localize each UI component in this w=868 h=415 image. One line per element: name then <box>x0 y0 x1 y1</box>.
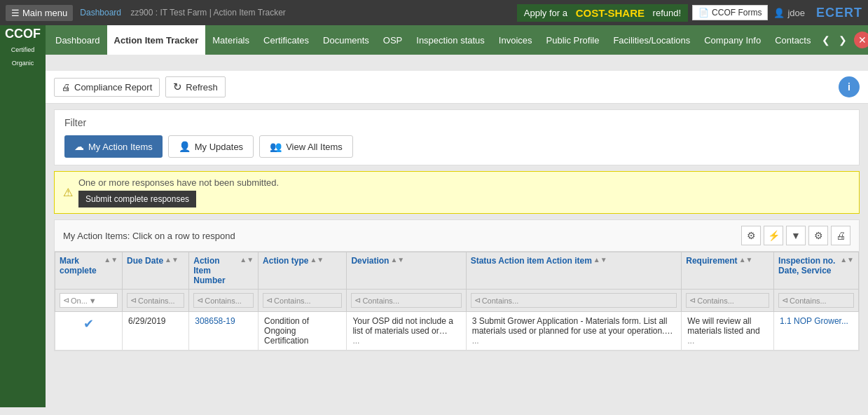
logo-text: CCOFCertifiedOrganic <box>5 27 41 69</box>
nav-certificates[interactable]: Certificates <box>256 25 316 55</box>
nav-documents[interactable]: Documents <box>316 25 376 55</box>
menu-button[interactable]: ☰ Main menu <box>6 5 73 21</box>
col-due-date: Due Date ▲▼ <box>123 252 189 290</box>
table-tool-lightning[interactable]: ⚡ <box>764 226 783 245</box>
filter-deviation: ⊲ Contains... <box>347 290 466 312</box>
filter-mark-complete: ⊲ On... ▼ <box>55 290 123 312</box>
table-tool-settings2[interactable]: ⚙ <box>808 226 828 245</box>
table-row[interactable]: ✔ 6/29/2019 308658-19 Condition of Ongoi… <box>55 312 859 351</box>
printer-icon: 🖨 <box>62 82 71 93</box>
table-tool-filter[interactable]: ▼ <box>786 226 806 245</box>
breadcrumb: Dashboard zz900 : IT Test Farm | Action … <box>80 8 286 18</box>
sort-icon-number: ▲▼ <box>240 256 254 264</box>
filter-icon: ⊲ <box>197 296 203 305</box>
filter-buttons: ☁ My Action Items 👤 My Updates 👥 View Al… <box>64 135 849 158</box>
table-section: My Action Items: Click on a row to respo… <box>54 219 860 351</box>
nav-arrow-right[interactable]: ❯ <box>834 34 851 46</box>
filter-input-insp[interactable]: ⊲ Contains... <box>778 293 854 308</box>
table-tool-print[interactable]: 🖨 <box>831 226 850 245</box>
filter-icon: ⊲ <box>782 296 788 305</box>
my-action-items-button[interactable]: ☁ My Action Items <box>64 135 163 158</box>
status-ellipsis: ... <box>472 336 479 346</box>
filter-section: Filter ☁ My Action Items 👤 My Updates 👥 … <box>54 109 860 165</box>
nav-dashboard[interactable]: Dashboard <box>48 25 107 55</box>
nav-contacts[interactable]: Contacts <box>768 25 818 55</box>
logo: CCOFCertifiedOrganic <box>0 25 46 71</box>
filter-inspection: ⊲ Contains... <box>774 290 859 312</box>
warning-icon: ⚠ <box>63 186 73 199</box>
cell-deviation: Your OSP did not include a list of mater… <box>347 312 466 351</box>
cell-status: 3 Submit Grower Application - Materials … <box>466 312 682 351</box>
nav-materials[interactable]: Materials <box>205 25 256 55</box>
filter-action-number: ⊲ Contains... <box>189 290 259 312</box>
refresh-label: Refresh <box>186 82 218 93</box>
col-action-item-number: Action Item Number ▲▼ <box>189 252 259 290</box>
ccof-forms-button[interactable]: 📄 CCOF Forms <box>692 5 768 20</box>
breadcrumb-farm: zz900 <box>130 8 153 18</box>
table-tools: ⚙ ⚡ ▼ ⚙ 🖨 <box>741 226 850 245</box>
cloud-icon: ☁ <box>74 141 84 152</box>
col-status-action-item: Status Action item Action item ▲▼ <box>466 252 682 290</box>
table-tool-settings1[interactable]: ⚙ <box>741 226 761 245</box>
nav-bar: Dashboard Action Item Tracker Materials … <box>46 25 868 55</box>
filter-dropdown-on[interactable]: ⊲ On... ▼ <box>60 293 118 308</box>
compliance-report-button[interactable]: 🖨 Compliance Report <box>54 78 160 97</box>
filter-input-duedate[interactable]: ⊲ Contains... <box>127 293 184 308</box>
logo-sidebar <box>0 71 46 407</box>
info-button[interactable]: i <box>839 76 860 97</box>
filter-icon: ⊲ <box>354 296 361 305</box>
compliance-report-label: Compliance Report <box>74 82 152 93</box>
cell-inspection-no: 1.1 NOP Grower... <box>774 312 859 351</box>
user-icon: 👤 <box>773 8 785 18</box>
filter-input-deviation[interactable]: ⊲ Contains... <box>351 293 461 308</box>
filter-icon: ⊲ <box>474 296 481 305</box>
my-updates-button[interactable]: 👤 My Updates <box>168 135 254 158</box>
sort-icon-deviation: ▲▼ <box>390 256 404 264</box>
filter-input-number[interactable]: ⊲ Contains... <box>193 293 254 308</box>
cell-requirement: We will review all materials listed and … <box>682 312 774 351</box>
warning-banner: ⚠ One or more responses have not been su… <box>54 171 860 214</box>
table-title: My Action Items: Click on a row to respo… <box>63 231 741 241</box>
filter-icon: ⊲ <box>130 296 137 305</box>
nav-arrow-left[interactable]: ❮ <box>818 34 834 46</box>
sort-icon-type: ▲▼ <box>310 256 324 264</box>
cell-action-number: 308658-19 <box>189 312 259 351</box>
cost-share-text2: refund! <box>653 8 681 18</box>
cell-action-type: Condition of Ongoing Certification <box>259 312 347 351</box>
check-icon: ✔ <box>83 317 94 331</box>
nav-invoices[interactable]: Invoices <box>492 25 539 55</box>
nav-osp[interactable]: OSP <box>376 25 409 55</box>
col-mark-complete: Mark complete ▲▼ <box>55 252 123 290</box>
my-updates-label: My Updates <box>195 142 243 152</box>
inspection-link[interactable]: 1.1 NOP Grower... <box>780 316 848 326</box>
dashboard-link[interactable]: Dashboard <box>80 8 121 18</box>
req-ellipsis: ... <box>687 336 694 346</box>
menu-label: Main menu <box>22 8 67 18</box>
ecert-logo: ECERT <box>816 6 862 20</box>
nav-public-profile[interactable]: Public Profile <box>539 25 607 55</box>
refresh-button[interactable]: ↻ Refresh <box>165 76 226 97</box>
filter-input-status[interactable]: ⊲ Contains... <box>471 293 677 308</box>
action-number-link[interactable]: 308658-19 <box>195 316 235 326</box>
filter-funnel-icon: ⊲ <box>63 296 69 305</box>
cost-share-button[interactable]: Apply for a COST-SHARE refund! <box>517 4 688 22</box>
nav-inspection-status[interactable]: Inspection status <box>409 25 492 55</box>
nav-action-item-tracker[interactable]: Action Item Tracker <box>107 25 206 55</box>
filter-on-value: On... <box>71 297 88 305</box>
action-items-table: Mark complete ▲▼ Due Date ▲▼ <box>55 252 859 351</box>
nav-company-info[interactable]: Company Info <box>697 25 768 55</box>
filter-icon: ⊲ <box>266 296 273 305</box>
filter-action-type: ⊲ Contains... <box>259 290 347 312</box>
nav-facilities[interactable]: Facilities/Locations <box>606 25 697 55</box>
view-all-items-button[interactable]: 👥 View All Items <box>259 135 353 158</box>
sort-icon-insp: ▲▼ <box>840 256 854 264</box>
sort-icon-req: ▲▼ <box>739 256 753 264</box>
filter-input-req[interactable]: ⊲ Contains... <box>686 293 769 308</box>
submit-complete-responses-button[interactable]: Submit complete responses <box>78 191 196 208</box>
warning-content: One or more responses have not been subm… <box>78 177 279 208</box>
deviation-text: Your OSP did not include a list of mater… <box>352 316 460 336</box>
filter-input-type[interactable]: ⊲ Contains... <box>263 293 342 308</box>
breadcrumb-page: Action Item Tracker <box>213 8 285 18</box>
nav-close-button[interactable]: ✕ <box>854 32 868 48</box>
toolbar: 🖨 Compliance Report ↻ Refresh i <box>46 71 868 104</box>
